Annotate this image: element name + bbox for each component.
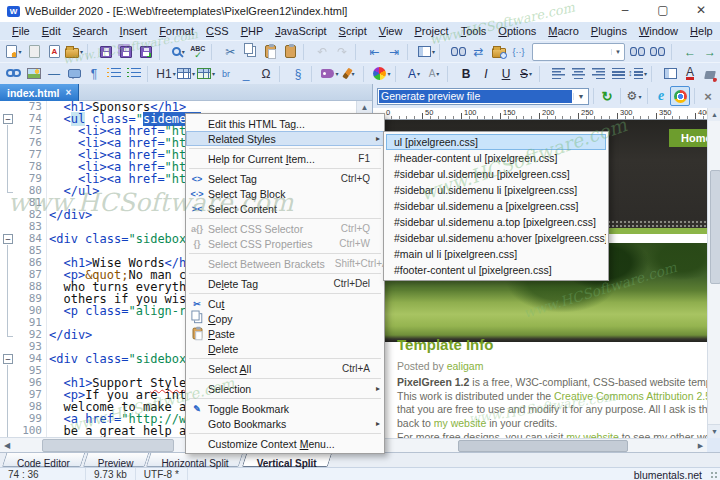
cut-button[interactable]: ✂ [220, 42, 240, 61]
menu-edit[interactable]: Edit [36, 24, 67, 38]
menu-item-selection[interactable]: Selection▸ [186, 381, 384, 396]
menu-item-toggle-bookmark[interactable]: ✎Toggle Bookmark [186, 401, 384, 416]
view-tab-code-editor[interactable]: Code Editor [4, 453, 83, 467]
open-in-ie-button[interactable]: e [652, 87, 670, 105]
insert-link-button[interactable] [4, 64, 24, 83]
related-style-main-ul-li-pixelgreen-css[interactable]: #main ul li [pixelgreen.css] [386, 246, 606, 262]
save-as-button[interactable] [136, 42, 156, 61]
menu-project[interactable]: Project [408, 24, 454, 38]
insert-div-button[interactable] [660, 64, 680, 83]
related-style-sidebar-ul-sidemenu-a-hover-pixelgreen-css[interactable]: #sidebar ul.sidemenu a:hover [pixelgreen… [386, 230, 606, 246]
menu-item-delete-tag[interactable]: Delete TagCtrl+Del [186, 276, 384, 291]
menu-javascript[interactable]: JavaScript [269, 24, 332, 38]
save-button[interactable] [96, 42, 116, 61]
menu-format[interactable]: Format [153, 24, 200, 38]
insert-form-button[interactable]: ▾ [196, 64, 216, 83]
minimize-button[interactable]: – [606, 0, 644, 22]
insert-paragraph-button[interactable]: ¶ [84, 64, 104, 83]
menu-insert[interactable]: Insert [114, 24, 154, 38]
menu-item-select-tag[interactable]: <>Select TagCtrl+Q [186, 171, 384, 186]
clipboard-history-button[interactable] [280, 42, 300, 61]
align-justify-button[interactable] [608, 64, 628, 83]
align-left-button[interactable] [548, 64, 568, 83]
underline-button[interactable]: U [496, 64, 516, 83]
scroll-up-icon[interactable]: ▲ [708, 108, 720, 121]
strikethrough-button[interactable]: S▾ [516, 64, 536, 83]
view-tab-preview[interactable]: Preview [85, 453, 147, 467]
open-file-button[interactable]: ▾ [64, 42, 84, 61]
menu-item-select-css-selector[interactable]: a{}Select CSS SelectorCtrl+Q [186, 221, 384, 236]
fold-marker-icon[interactable] [0, 353, 16, 365]
color-picker-button[interactable]: ▾ [372, 64, 392, 83]
redo-button[interactable]: ↷ [332, 42, 352, 61]
menu-item-edit-this-html-tag[interactable]: Edit this HTML Tag... [186, 116, 384, 131]
maximize-button[interactable]: ▢ [644, 0, 682, 22]
insert-table-button[interactable]: ▾ [176, 64, 196, 83]
scroll-down-icon[interactable]: ▼ [708, 424, 720, 438]
replace-button[interactable]: ⇄ [469, 42, 489, 61]
menu-item-select-tag-block[interactable]: <∙>Select Tag Block [186, 186, 384, 201]
close-preview-button[interactable]: × [699, 87, 717, 105]
menu-php[interactable]: PHP [235, 24, 270, 38]
scroll-right-icon[interactable]: ▶ [694, 442, 707, 450]
menu-tools[interactable]: Tools [455, 24, 493, 38]
fold-marker-icon[interactable] [0, 233, 16, 245]
insert-script-button[interactable]: § [288, 64, 308, 83]
related-style-sidebar-ul-sidemenu-pixelgreen-css[interactable]: #sidebar ul.sidemenu [pixelgreen.css] [386, 166, 606, 182]
find-in-files-button[interactable] [489, 42, 509, 61]
hscroll-thumb[interactable] [458, 440, 628, 452]
line-spacing-button[interactable]: ▾ [628, 64, 648, 83]
toggle-panels-button[interactable]: ▾ [416, 42, 436, 61]
chevron-down-icon[interactable]: ▼ [573, 93, 588, 100]
scroll-left-icon[interactable]: ◀ [0, 441, 14, 450]
menu-script[interactable]: Script [333, 24, 373, 38]
insert-numbered-list-button[interactable] [124, 64, 144, 83]
code-cleaner-button[interactable]: ▾ [340, 64, 360, 83]
page-nav-home[interactable]: Home [669, 129, 707, 147]
italic-button[interactable]: I [476, 64, 496, 83]
unindent-button[interactable]: ⇤ [364, 42, 384, 61]
font-family-button[interactable]: A▾ [404, 64, 424, 83]
vscroll-thumb[interactable] [710, 170, 720, 284]
view-tab-vertical-split[interactable]: Vertical Split [244, 453, 330, 467]
page-link[interactable]: Creative Commons Attribution 2.5 License… [554, 390, 707, 402]
insert-nbsp-button[interactable]: _ [236, 64, 256, 83]
tab-index-html[interactable]: index.html × [0, 84, 79, 101]
refresh-preview-button[interactable]: ↻ [598, 87, 616, 105]
menu-plugins[interactable]: Plugins [585, 24, 633, 38]
save-all-button[interactable] [116, 42, 136, 61]
chevron-down-icon[interactable]: ▼ [611, 49, 624, 55]
preview-mode-combobox[interactable]: Generate preview file ▼ [377, 88, 589, 105]
menu-help[interactable]: Help [684, 24, 719, 38]
spell-check-button[interactable] [188, 42, 208, 61]
align-right-button[interactable] [588, 64, 608, 83]
tab-close-icon[interactable]: × [66, 87, 72, 98]
menu-item-help-for-current-item[interactable]: Help for Current Item...F1 [186, 151, 384, 166]
menu-item-select-between-brackets[interactable]: Select Between BracketsShift+Ctrl+A [186, 256, 384, 271]
fold-marker-icon[interactable] [0, 113, 16, 125]
new-from-template-button[interactable] [44, 42, 64, 61]
menu-item-related-styles[interactable]: Related Styles▸ [186, 131, 384, 146]
resize-grip[interactable] [710, 471, 718, 479]
menu-item-select-all[interactable]: Select AllCtrl+A [186, 361, 384, 376]
menu-view[interactable]: View [373, 24, 409, 38]
navigate-forward-button[interactable]: → [700, 42, 720, 61]
highlight-color-button[interactable] [700, 64, 720, 83]
menu-item-cut[interactable]: ✂Cut [186, 296, 384, 311]
search-button[interactable]: ▾ [168, 42, 188, 61]
menu-macro[interactable]: Macro [542, 24, 585, 38]
preview-vscrollbar[interactable]: ▲ ▼ [707, 108, 720, 438]
font-size-button[interactable]: A▾ [424, 64, 444, 83]
menu-item-paste[interactable]: Paste [186, 326, 384, 341]
menu-item-customize-context-menu[interactable]: Customize Context Menu... [186, 436, 384, 451]
paste-button[interactable] [260, 42, 280, 61]
quick-search-box[interactable]: ▼ [532, 43, 625, 61]
insert-comment-button[interactable] [64, 64, 84, 83]
related-style-sidebar-ul-sidemenu-li-pixelgreen-css[interactable]: #sidebar ul.sidemenu li [pixelgreen.css] [386, 182, 606, 198]
brand-link[interactable]: blumentals.net [634, 469, 720, 480]
open-in-chrome-button[interactable] [670, 86, 690, 106]
related-style-sidebar-ul-sidemenu-a-top-pixelgreen-css[interactable]: #sidebar ul.sidemenu a.top [pixelgreen.c… [386, 214, 606, 230]
align-center-button[interactable] [568, 64, 588, 83]
new-document-button[interactable]: ▾ [4, 42, 24, 61]
find-previous-button[interactable] [648, 42, 668, 61]
